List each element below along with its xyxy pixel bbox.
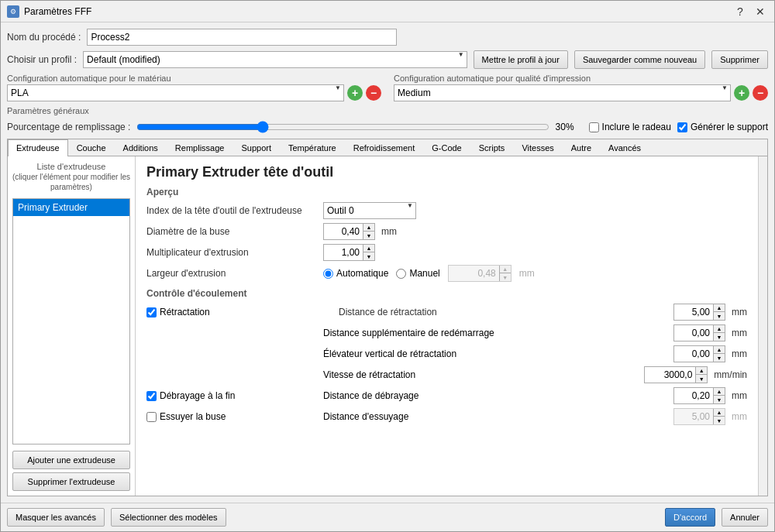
tab-support[interactable]: Support [232, 139, 280, 156]
largeur-auto-radio[interactable] [323, 269, 333, 279]
sauvegarder-button[interactable]: Sauvegarder comme nouveau [574, 50, 705, 69]
dist-essuyage-down[interactable]: ▼ [714, 417, 725, 424]
tab-extrudeuse[interactable]: Extrudeuse [8, 139, 68, 156]
tab-avances[interactable]: Avancés [600, 139, 649, 156]
multiplicateur-up[interactable]: ▲ [363, 245, 374, 252]
close-button[interactable]: ✕ [753, 4, 768, 19]
profil-select-container: Default (modified) ▼ [83, 51, 467, 68]
diametre-spin-btns: ▲ ▼ [363, 224, 374, 239]
tab-remplissage[interactable]: Remplissage [167, 139, 233, 156]
dist-retractation-down[interactable]: ▼ [714, 312, 725, 320]
diametre-input[interactable] [324, 224, 363, 239]
debrayage-row: Débrayage à la fin Distance de débrayage… [146, 387, 747, 404]
vitesse-retractation-down[interactable]: ▼ [696, 375, 707, 383]
largeur-auto-label[interactable]: Automatique [323, 268, 388, 279]
essuyer-checkbox[interactable] [146, 412, 157, 422]
dist-essuyage-unit: mm [732, 411, 747, 422]
help-button[interactable]: ? [732, 4, 748, 19]
dist-debrayage-input[interactable] [674, 388, 713, 403]
dist-retractation-up[interactable]: ▲ [714, 304, 725, 312]
slider-row: Pourcentage de remplissage : 30% Inclure… [7, 120, 768, 134]
multiplicateur-spin-btns: ▲ ▼ [363, 245, 374, 260]
dist-supplementaire-down[interactable]: ▼ [714, 333, 725, 341]
materiau-select[interactable]: PLA [7, 84, 344, 101]
tab-additions[interactable]: Additions [115, 139, 167, 156]
window-body: Nom du procédé : Choisir un profil : Def… [1, 22, 774, 503]
diametre-up[interactable]: ▲ [363, 224, 374, 232]
vitesse-retractation-input[interactable] [645, 367, 695, 383]
title-bar-left: ⚙ Paramètres FFF [7, 5, 91, 18]
largeur-input[interactable] [449, 266, 499, 281]
dist-essuyage-spin-btns: ▲ ▼ [713, 409, 725, 424]
tab-gcode[interactable]: G-Code [423, 139, 470, 156]
tab-vitesses[interactable]: Vitesses [513, 139, 562, 156]
diametre-down[interactable]: ▼ [363, 232, 374, 239]
dist-supplementaire-up[interactable]: ▲ [714, 325, 725, 333]
inclure-radeau-label[interactable]: Inclure le radeau [589, 122, 671, 132]
tabs-content: Extrudeuse Couche Additions Remplissage … [7, 139, 768, 496]
largeur-spin-btns: ▲ ▼ [499, 266, 511, 281]
tab-temperature[interactable]: Température [280, 139, 345, 156]
extruder-item-primary[interactable]: Primary Extruder [13, 199, 129, 216]
accord-button[interactable]: D'accord [665, 508, 715, 527]
dist-retractation-spin: ▲ ▼ [673, 304, 725, 321]
vitesse-retractation-up[interactable]: ▲ [696, 367, 707, 375]
qualite-add-button[interactable]: + [734, 85, 749, 101]
dist-retractation-input[interactable] [674, 304, 713, 320]
ajouter-extrudeuse-button[interactable]: Ajouter une extrudeuse [12, 451, 130, 469]
app-icon: ⚙ [7, 5, 19, 18]
dist-debrayage-spin-btns: ▲ ▼ [713, 388, 725, 403]
qualite-select[interactable]: Medium [394, 84, 731, 101]
dist-debrayage-down[interactable]: ▼ [714, 396, 725, 403]
tab-scripts[interactable]: Scripts [470, 139, 514, 156]
dist-supplementaire-input[interactable] [674, 325, 713, 341]
dist-debrayage-up[interactable]: ▲ [714, 388, 725, 396]
vitesse-retractation-spin: ▲ ▼ [644, 366, 708, 383]
annuler-button[interactable]: Annuler [722, 508, 768, 527]
elevateur-down[interactable]: ▼ [714, 354, 725, 362]
profil-select[interactable]: Default (modified) [83, 51, 467, 68]
inclure-radeau-checkbox[interactable] [589, 122, 599, 132]
retractation-checkbox[interactable] [146, 307, 157, 317]
elevateur-up[interactable]: ▲ [714, 346, 725, 354]
tab-couche[interactable]: Couche [68, 139, 115, 156]
right-panel-title: Primary Extruder tête d'outil [146, 164, 747, 180]
supprimer-profil-button[interactable]: Supprimer [711, 50, 768, 69]
elevateur-row: Élévateur vertical de rétractation ▲ ▼ m… [146, 345, 747, 362]
index-select[interactable]: Outil 0 Outil 1 [323, 202, 416, 219]
largeur-down[interactable]: ▼ [500, 273, 511, 281]
tab-refroidissement[interactable]: Refroidissement [345, 139, 423, 156]
generer-support-label[interactable]: Générer le support [677, 122, 768, 132]
masquer-avances-button[interactable]: Masquer les avancés [7, 508, 105, 527]
retractation-checkbox-label[interactable]: Rétractation [146, 307, 317, 317]
dist-essuyage-input[interactable] [674, 409, 713, 424]
supprimer-extrudeuse-button[interactable]: Supprimer l'extrudeuse [12, 472, 130, 491]
elevateur-input[interactable] [674, 346, 713, 362]
right-panel: Primary Extruder tête d'outil Aperçu Ind… [136, 156, 758, 496]
left-panel: Liste d'extrudeuse (cliquer l'élément po… [8, 156, 136, 496]
materiau-remove-button[interactable]: − [366, 85, 381, 101]
qualite-remove-button[interactable]: − [753, 85, 768, 101]
nom-input[interactable] [87, 29, 397, 46]
multiplicateur-down[interactable]: ▼ [363, 252, 374, 260]
tab-autre[interactable]: Autre [563, 139, 600, 156]
vitesse-retractation-label: Vitesse de rétractation [323, 369, 638, 380]
materiau-add-button[interactable]: + [347, 85, 363, 101]
title-bar-controls: ? ✕ [732, 4, 768, 19]
dist-essuyage-up[interactable]: ▲ [714, 409, 725, 417]
largeur-manuel-label[interactable]: Manuel [396, 268, 439, 279]
largeur-up[interactable]: ▲ [500, 266, 511, 273]
multiplicateur-label: Multiplicateur d'extrusion [146, 247, 317, 258]
remplissage-label: Pourcentage de remplissage : [7, 122, 130, 132]
remplissage-slider[interactable] [136, 120, 549, 134]
largeur-manuel-radio[interactable] [396, 269, 406, 279]
config-row: Configuration automatique pour le matéri… [7, 74, 768, 101]
multiplicateur-input[interactable] [324, 245, 363, 260]
selectionner-modeles-button[interactable]: Sélectionner des modèles [111, 508, 226, 527]
debrayage-checkbox-label[interactable]: Débrayage à la fin [146, 390, 317, 401]
essuyer-checkbox-label[interactable]: Essuyer la buse [146, 411, 317, 422]
debrayage-checkbox[interactable] [146, 391, 157, 401]
qualite-label: Configuration automatique pour qualité d… [394, 74, 768, 83]
mettre-a-jour-button[interactable]: Mettre le profil à jour [474, 50, 568, 69]
generer-support-checkbox[interactable] [677, 122, 687, 132]
